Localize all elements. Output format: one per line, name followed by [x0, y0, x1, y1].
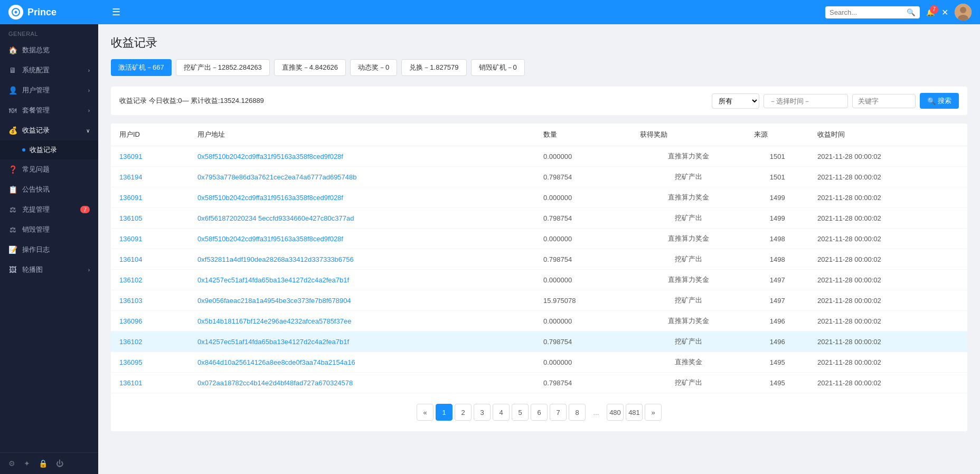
- lock-footer-button[interactable]: 🔒: [39, 459, 48, 468]
- cell-address[interactable]: 0x8464d10a25614126a8ee8cde0f3aa74ba2154a…: [189, 352, 535, 373]
- cell-source: 1496: [746, 311, 809, 331]
- sidebar-item-announcements[interactable]: 📋 公告快讯: [0, 179, 98, 200]
- cell-source: 1498: [746, 229, 809, 249]
- cell-address[interactable]: 0x14257ec51af14fda65ba13e4127d2c4a2fea7b…: [189, 270, 535, 290]
- pagination-page-6[interactable]: 6: [531, 404, 548, 421]
- cell-user-id[interactable]: 136103: [111, 290, 189, 311]
- keyword-input[interactable]: [852, 94, 916, 108]
- sidebar-sub-item-earnings-record[interactable]: 收益记录: [0, 140, 98, 159]
- search-box: 🔍: [825, 6, 920, 18]
- cell-time: 2021-11-28 00:00:02: [809, 331, 967, 352]
- cell-user-id[interactable]: 136102: [111, 270, 189, 290]
- search-button[interactable]: 🔍 搜索: [920, 93, 959, 109]
- settings-footer-button[interactable]: ⚙: [8, 459, 15, 468]
- sidebar-item-system-config[interactable]: 🖥 系统配置 ›: [0, 60, 98, 80]
- sidebar-item-faq[interactable]: ❓ 常见问题: [0, 159, 98, 179]
- cell-user-id[interactable]: 136096: [111, 311, 189, 331]
- search-submit-button[interactable]: 🔍: [907, 8, 916, 16]
- chevron-right-icon-2: ›: [88, 88, 90, 93]
- cell-address[interactable]: 0x5b14b181167bf124e296ae4232afcea5785f37…: [189, 311, 535, 331]
- cell-address[interactable]: 0x6f561872020234 5eccfd9334660e427c80c37…: [189, 208, 535, 229]
- date-picker-input[interactable]: [764, 94, 848, 108]
- toolbar-info-prefix: 收益记录: [119, 97, 147, 105]
- avatar[interactable]: [955, 4, 972, 21]
- chevron-right-icon: ›: [88, 68, 90, 73]
- cell-reward: 直推算力奖金: [632, 187, 746, 208]
- sidebar-label-announcements: 公告快讯: [22, 185, 50, 194]
- cell-user-id[interactable]: 136091: [111, 146, 189, 167]
- pagination-prev[interactable]: «: [417, 404, 434, 421]
- cell-user-id[interactable]: 136102: [111, 331, 189, 352]
- pagination-page-3[interactable]: 3: [474, 404, 491, 421]
- faq-icon: ❓: [8, 165, 17, 174]
- cell-time: 2021-11-28 00:00:02: [809, 146, 967, 167]
- cell-user-id[interactable]: 136101: [111, 373, 189, 393]
- cell-user-id[interactable]: 136095: [111, 352, 189, 373]
- pagination-page-5[interactable]: 5: [512, 404, 529, 421]
- cell-address[interactable]: 0x58f510b2042cd9ffa31f95163a358f8ced9f02…: [189, 187, 535, 208]
- svg-point-2: [960, 7, 966, 13]
- cell-address[interactable]: 0xf532811a4df190dea28268a33412d337333b67…: [189, 249, 535, 270]
- col-amount: 数量: [535, 124, 632, 146]
- cell-address[interactable]: 0x9e056faeac218a1a4954be3ce373fe7b8f6789…: [189, 290, 535, 311]
- filter-tab-exchange[interactable]: 兑换－1.827579: [401, 59, 466, 76]
- cell-time: 2021-11-28 00:00:02: [809, 229, 967, 249]
- cell-address[interactable]: 0x14257ec51af14fda65ba13e4127d2c4a2fea7b…: [189, 331, 535, 352]
- announcement-icon: 📋: [8, 185, 17, 194]
- sidebar-item-recharge-mgmt[interactable]: ⚖ 充提管理 7: [0, 200, 98, 220]
- table-row: 136101 0x072aa18782cc4b14e2d4bf48fad727a…: [111, 373, 967, 393]
- table-row: 136105 0x6f561872020234 5eccfd9334660e42…: [111, 208, 967, 229]
- table-row: 136104 0xf532811a4df190dea28268a33412d33…: [111, 249, 967, 270]
- cell-address[interactable]: 0x58f510b2042cd9ffa31f95163a358f8ced9f02…: [189, 146, 535, 167]
- sidebar-label-faq: 常见问题: [22, 165, 50, 174]
- filter-select[interactable]: 所有 挖矿产出 直推奖 动态奖 兑换 销毁矿机: [712, 93, 759, 109]
- notification-button[interactable]: 🔔 7: [926, 8, 935, 16]
- filter-tab-dynamic-reward[interactable]: 动态奖－0: [350, 59, 397, 76]
- sidebar-item-carousel[interactable]: 🖼 轮播图 ›: [0, 260, 98, 280]
- sidebar-item-user-mgmt[interactable]: 👤 用户管理 ›: [0, 80, 98, 100]
- filter-tab-active-miners[interactable]: 激活矿机－667: [111, 59, 172, 76]
- table-row: 136194 0x7953a778e86d3a7621cec2ea74a6777…: [111, 167, 967, 187]
- cell-reward: 挖矿产出: [632, 208, 746, 229]
- cell-user-id[interactable]: 136104: [111, 249, 189, 270]
- pagination-page-1[interactable]: 1: [436, 404, 453, 421]
- filter-tab-destroy-miner[interactable]: 销毁矿机－0: [471, 59, 525, 76]
- pagination-page-8[interactable]: 8: [569, 404, 586, 421]
- table-row: 136103 0x9e056faeac218a1a4954be3ce373fe7…: [111, 290, 967, 311]
- cell-user-id[interactable]: 136194: [111, 167, 189, 187]
- package-icon: 🍽: [8, 106, 17, 115]
- cell-amount: 0.798754: [535, 208, 632, 229]
- filter-tab-direct-reward[interactable]: 直推奖－4.842626: [274, 59, 346, 76]
- sidebar-item-dashboard[interactable]: 🏠 数据总览: [0, 40, 98, 60]
- cell-reward: 直推算力奖金: [632, 311, 746, 331]
- pagination-page-2[interactable]: 2: [455, 404, 472, 421]
- fullscreen-button[interactable]: ✕: [941, 7, 948, 17]
- cell-address[interactable]: 0x58f510b2042cd9ffa31f95163a358f8ced9f02…: [189, 229, 535, 249]
- sidebar-item-package-mgmt[interactable]: 🍽 套餐管理 ›: [0, 100, 98, 120]
- main-content: 收益记录 激活矿机－667 挖矿产出－12852.284263 直推奖－4.84…: [98, 24, 980, 474]
- cell-user-id[interactable]: 136105: [111, 208, 189, 229]
- cell-source: 1495: [746, 373, 809, 393]
- pagination-next[interactable]: »: [645, 404, 662, 421]
- sidebar-item-operation-log[interactable]: 📝 操作日志: [0, 240, 98, 260]
- sidebar-item-earnings[interactable]: 💰 收益记录 ∨: [0, 120, 98, 140]
- sidebar-item-sales-mgmt[interactable]: ⚖ 销毁管理: [0, 220, 98, 240]
- pagination-page-480[interactable]: 480: [607, 404, 624, 421]
- cell-amount: 0.000000: [535, 229, 632, 249]
- sidebar-section-general: GENERAL: [0, 24, 98, 40]
- home-icon: 🏠: [8, 46, 17, 54]
- cell-user-id[interactable]: 136091: [111, 187, 189, 208]
- hamburger-button[interactable]: ☰: [112, 6, 120, 18]
- pagination-page-481[interactable]: 481: [626, 404, 643, 421]
- cell-address[interactable]: 0x7953a778e86d3a7621cec2ea74a6777ad69574…: [189, 167, 535, 187]
- power-footer-button[interactable]: ⏻: [56, 459, 63, 468]
- cell-address[interactable]: 0x072aa18782cc4b14e2d4bf48fad727a6703245…: [189, 373, 535, 393]
- cell-time: 2021-11-28 00:00:02: [809, 311, 967, 331]
- tools-footer-button[interactable]: ✦: [24, 459, 30, 468]
- pagination-page-7[interactable]: 7: [550, 404, 567, 421]
- search-input[interactable]: [830, 8, 903, 16]
- cell-user-id[interactable]: 136091: [111, 229, 189, 249]
- filter-tab-mining-output[interactable]: 挖矿产出－12852.284263: [176, 59, 270, 76]
- pagination-page-4[interactable]: 4: [493, 404, 510, 421]
- earnings-table: 用户ID 用户地址 数量 获得奖励 来源 收益时间 136091 0x58f51…: [111, 124, 967, 393]
